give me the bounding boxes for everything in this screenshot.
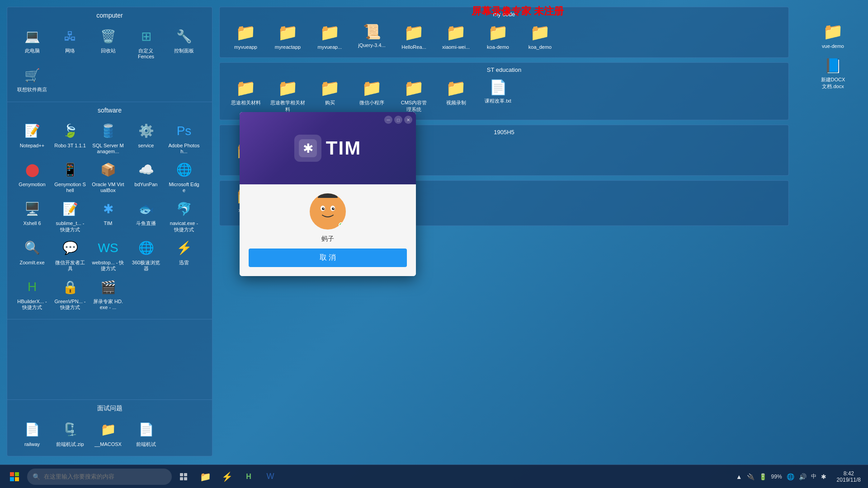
icon-hbuilder[interactable]: H HBuilderX... - 快捷方式 bbox=[14, 275, 50, 312]
icon-fences[interactable]: ⊞ 自定义Fences bbox=[128, 24, 164, 61]
icon-front-test-zip[interactable]: 🗜️ 前端机试.zip bbox=[52, 418, 88, 449]
folder-goumai[interactable]: 📁 购买 bbox=[311, 77, 349, 108]
windows-icon bbox=[10, 472, 19, 481]
svg-rect-18 bbox=[184, 473, 187, 476]
icon-recycle[interactable]: 🗑️ 回收站 bbox=[90, 24, 126, 61]
icon-xshell6[interactable]: 🖥️ Xshell 6 bbox=[14, 197, 50, 234]
folder-course-reform[interactable]: 📄 课程改革.txt bbox=[479, 77, 517, 106]
taskbar-app-1[interactable]: ⚡ bbox=[217, 467, 237, 487]
tim-close-button[interactable]: ✕ bbox=[404, 116, 412, 124]
folder-sixiang-rel[interactable]: 📁 思途相关材料 bbox=[226, 77, 265, 108]
taskbar-app-word[interactable]: W bbox=[260, 467, 280, 487]
icon-screencap[interactable]: 🎬 屏录专家 HD.exe - ... bbox=[90, 275, 126, 312]
koa-demo-folder-icon: 📁 bbox=[488, 23, 508, 42]
icon-genymotion-shell[interactable]: 📱 Genymotion Shell bbox=[52, 158, 88, 195]
tray-ime-icon[interactable]: 中 bbox=[810, 472, 818, 481]
jquery-file-icon: 📜 bbox=[363, 23, 381, 40]
folder-new-docx[interactable]: 📘 新建DOCX文档.docx bbox=[814, 56, 852, 91]
icon-msedge[interactable]: 🌐 Microsoft Edge bbox=[166, 158, 202, 195]
icon-navicat[interactable]: 🐬 navicat.exe - 快捷方式 bbox=[166, 197, 202, 234]
tray-power-icon[interactable]: 🔌 bbox=[745, 472, 756, 481]
svg-point-5 bbox=[322, 207, 325, 210]
icon-wechat-dev[interactable]: 💬 微信开发者工具 bbox=[52, 236, 88, 273]
icon-robo3t[interactable]: 🍃 Robo 3T 1.1.1 bbox=[52, 119, 88, 156]
start-button[interactable] bbox=[4, 467, 25, 487]
lenovo-store-icon: 🛒 bbox=[22, 65, 42, 85]
icon-virtualbox[interactable]: 📦 Oracle VM VirtualBox bbox=[90, 158, 126, 195]
screencap-label: 屏录专家 HD.exe - ... bbox=[92, 299, 124, 310]
icon-greenvpn[interactable]: 🔒 GreenVPN... - 快捷方式 bbox=[52, 275, 88, 312]
my-code-section: my code 📁 myvueapp 📁 myreactapp 📁 myvuea… bbox=[219, 7, 789, 58]
icon-photoshop[interactable]: Ps Adobe Photosh... bbox=[166, 119, 202, 156]
tim-minimize-button[interactable]: ─ bbox=[384, 116, 392, 124]
icon-douyu[interactable]: 🐟 斗鱼直播 bbox=[128, 197, 164, 234]
koa-demo-label: koa-demo bbox=[487, 44, 509, 50]
folder-sixiang-jiaoxue[interactable]: 📁 思途教学相关材料 bbox=[269, 77, 307, 114]
svg-point-8 bbox=[333, 208, 334, 209]
st-education-title: ST education bbox=[226, 66, 782, 73]
tim-cancel-button[interactable]: 取 消 bbox=[249, 249, 407, 267]
icon-xunlei[interactable]: ⚡ 迅雷 bbox=[166, 236, 202, 273]
folder-hellorea[interactable]: 📁 HelloRea... bbox=[395, 21, 433, 52]
sixiang-jiaoxue-label: 思途教学相关材料 bbox=[270, 99, 305, 113]
icon-tim[interactable]: ✱ TIM bbox=[90, 197, 126, 234]
myreactapp-label: myreactapp bbox=[275, 44, 301, 50]
folder-xiaomi-wei[interactable]: 📁 xiaomi-wei... bbox=[437, 21, 475, 52]
folder-wechat-mini[interactable]: 📁 微信小程序 bbox=[353, 77, 391, 108]
icon-railway[interactable]: 📄 railway bbox=[14, 418, 50, 449]
folder-myvueapp2[interactable]: 📁 myvueap... bbox=[311, 21, 349, 52]
icon-front-test[interactable]: 📄 前端机试 bbox=[128, 418, 164, 449]
icon-zoomit[interactable]: 🔍 ZoomIt.exe bbox=[14, 236, 50, 273]
virtualbox-label: Oracle VM VirtualBox bbox=[92, 182, 124, 193]
taskbar-app-2[interactable]: H bbox=[239, 467, 259, 487]
icon-macosx[interactable]: 📁 __MACOSX bbox=[90, 418, 126, 449]
tim-maximize-button[interactable]: □ bbox=[394, 116, 402, 124]
icon-genymotion[interactable]: ⬤ Genymotion bbox=[14, 158, 50, 195]
folder-myvueapp[interactable]: 📁 myvueapp bbox=[226, 21, 265, 52]
tray-tim-icon[interactable]: ✱ bbox=[820, 472, 828, 481]
railway-label: railway bbox=[24, 441, 40, 447]
tim-online-indicator bbox=[339, 222, 344, 228]
taskbar-search[interactable]: 🔍 bbox=[27, 469, 172, 485]
webstorm-icon: WS bbox=[98, 238, 118, 258]
computer-section-title: computer bbox=[14, 12, 205, 19]
taskbar-clock[interactable]: 8:42 2019/11/8 bbox=[833, 470, 864, 483]
icon-this-pc[interactable]: 💻 此电脑 bbox=[14, 24, 50, 61]
network-icon: 🖧 bbox=[60, 26, 80, 46]
icon-sql[interactable]: 🛢️ SQL Server Managem... bbox=[90, 119, 126, 156]
file-explorer-button[interactable]: 📁 bbox=[195, 467, 215, 487]
tray-network-icon[interactable]: 🌐 bbox=[785, 472, 796, 481]
tray-battery-icon[interactable]: 🔋 bbox=[758, 472, 768, 481]
zoomit-label: ZoomIt.exe bbox=[19, 260, 44, 266]
icon-webstorm[interactable]: WS webstор... - 快捷方式 bbox=[90, 236, 126, 273]
icon-notepad[interactable]: 📝 Notepad++ bbox=[14, 119, 50, 156]
icon-network[interactable]: 🖧 网络 bbox=[52, 24, 88, 61]
icon-service[interactable]: ⚙️ service bbox=[128, 119, 164, 156]
xiaomi-wei-folder-icon: 📁 bbox=[446, 23, 466, 42]
icon-control-panel[interactable]: 🔧 控制面板 bbox=[166, 24, 202, 61]
bdyunpan-label: bdYunPan bbox=[135, 182, 158, 188]
system-tray: ▲ 🔌 🔋 99% 🌐 🔊 中 ✱ bbox=[731, 472, 831, 481]
task-view-button[interactable] bbox=[174, 467, 193, 487]
folder-myreactapp[interactable]: 📁 myreactapp bbox=[269, 21, 307, 52]
folder-koa-demo2[interactable]: 📁 koa_demo bbox=[521, 21, 559, 52]
icon-sublime[interactable]: 📝 sublime_t... - 快捷方式 bbox=[52, 197, 88, 234]
folder-vue-demo[interactable]: 📁 vue-demo bbox=[814, 20, 852, 51]
icon-360browser[interactable]: 🌐 360极速浏览器 bbox=[128, 236, 164, 273]
network-label: 网络 bbox=[65, 48, 75, 54]
folder-koa-demo[interactable]: 📁 koa-demo bbox=[479, 21, 517, 52]
icon-bdyunpan[interactable]: ☁️ bdYunPan bbox=[128, 158, 164, 195]
zoomit-icon: 🔍 bbox=[22, 238, 42, 258]
folder-jquery[interactable]: 📜 jQuery-3.4... bbox=[353, 21, 391, 50]
svg-rect-12 bbox=[318, 198, 338, 203]
genymotion-label: Genymotion bbox=[19, 182, 45, 188]
icon-lenovo-store[interactable]: 🛒 联想软件商店 bbox=[14, 63, 50, 94]
tray-speaker-icon[interactable]: 🔊 bbox=[797, 472, 808, 481]
search-input[interactable] bbox=[44, 473, 166, 480]
folder-cms[interactable]: 📁 CMS内容管理系统 bbox=[395, 77, 433, 114]
tim-dialog: ─ □ ✕ ✱ TIM bbox=[240, 112, 416, 276]
folder-videolujiao[interactable]: 📁 视频录制 bbox=[437, 77, 475, 108]
goumai-icon: 📁 bbox=[320, 79, 340, 98]
tray-up-arrow[interactable]: ▲ bbox=[735, 472, 744, 481]
wechat-mini-icon: 📁 bbox=[362, 79, 382, 98]
